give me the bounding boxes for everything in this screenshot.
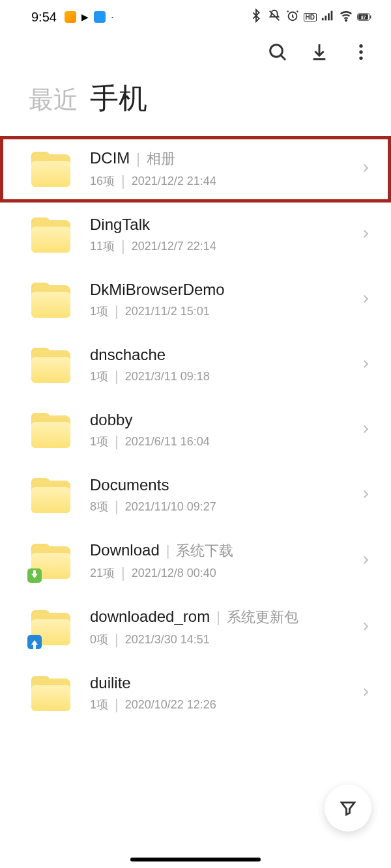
more-icon[interactable] [351, 42, 371, 65]
folder-item[interactable]: downloaded_rom|系统更新包0项|2021/3/30 14:51 [0, 595, 391, 661]
separator: | [121, 173, 125, 189]
folder-item[interactable]: DkMiBrowserDemo1项|2021/11/2 15:01 [0, 268, 391, 333]
svg-point-13 [359, 57, 362, 60]
separator: | [166, 542, 170, 559]
chevron-right-icon [360, 683, 371, 704]
upload-badge-icon [27, 635, 42, 649]
folder-body: downloaded_rom|系统更新包0项|2021/3/30 14:51 [90, 608, 360, 648]
status-bar: 9:54 ▶ · HD 87 [0, 0, 391, 31]
folder-date: 2021/12/8 00:40 [132, 567, 216, 580]
svg-rect-3 [328, 13, 330, 20]
folder-date: 2021/3/30 14:51 [125, 633, 210, 647]
separator: | [115, 368, 119, 385]
mute-icon [267, 8, 282, 25]
chevron-right-icon [360, 225, 371, 245]
folder-tag: 系统更新包 [227, 608, 298, 627]
folder-count: 1项 [90, 434, 108, 449]
folder-tag: 系统下载 [176, 541, 233, 561]
folder-count: 21项 [90, 565, 115, 581]
chevron-right-icon [360, 485, 371, 506]
folder-date: 2021/3/11 09:18 [125, 370, 210, 384]
folder-date: 2021/12/2 21:44 [132, 175, 216, 188]
folder-item[interactable]: duilite1项|2020/10/22 12:26 [0, 661, 391, 726]
folder-icon [31, 348, 70, 383]
folder-count: 1项 [90, 303, 108, 319]
hd-icon: HD [304, 13, 317, 21]
svg-point-11 [359, 44, 362, 48]
folder-count: 1项 [90, 697, 108, 712]
folder-count: 16项 [90, 173, 115, 189]
signal-icon [321, 8, 335, 25]
chevron-right-icon [360, 420, 371, 441]
chevron-right-icon [360, 159, 371, 180]
folder-date: 2021/6/11 16:04 [125, 435, 210, 449]
svg-rect-4 [331, 11, 333, 21]
search-icon[interactable] [267, 42, 288, 65]
battery-icon: 87 [357, 10, 371, 24]
folder-item[interactable]: DingTalk11项|2021/12/7 22:14 [0, 203, 391, 268]
folder-icon [31, 676, 70, 711]
filter-button[interactable] [325, 785, 371, 832]
svg-rect-1 [322, 18, 324, 21]
chevron-right-icon [360, 617, 371, 638]
bluetooth-icon [249, 8, 263, 25]
separator: | [115, 696, 119, 713]
folder-item[interactable]: dobby1项|2021/6/11 16:04 [0, 398, 391, 463]
app-icon-1 [65, 11, 76, 23]
folder-count: 11项 [90, 238, 115, 254]
separator: | [121, 238, 125, 255]
status-time: 9:54 [31, 10, 57, 25]
folder-date: 2021/11/10 09:27 [125, 500, 216, 514]
folder-list: DCIM|相册16项|2021/12/2 21:44DingTalk11项|20… [0, 136, 391, 726]
alarm-icon [285, 8, 300, 25]
home-indicator [130, 858, 261, 861]
folder-date: 2021/11/2 15:01 [125, 305, 210, 318]
download-icon[interactable] [309, 42, 330, 65]
separator: | [115, 433, 119, 450]
tabs: 最近 手机 [0, 73, 391, 136]
folder-body: DingTalk11项|2021/12/7 22:14 [90, 216, 360, 255]
folder-name: DkMiBrowserDemo [90, 281, 225, 299]
folder-name: duilite [90, 674, 131, 692]
folder-body: DkMiBrowserDemo1项|2021/11/2 15:01 [90, 281, 360, 320]
folder-count: 0项 [90, 632, 108, 647]
svg-point-5 [345, 20, 347, 21]
folder-icon [31, 478, 70, 513]
folder-item[interactable]: Download|系统下载21项|2021/12/8 00:40 [0, 528, 391, 595]
folder-icon [31, 283, 70, 318]
folder-icon [31, 544, 70, 579]
download-badge-icon [27, 568, 42, 583]
play-icon: ▶ [81, 12, 89, 22]
svg-text:87: 87 [361, 15, 366, 20]
app-icon-2 [94, 11, 106, 23]
separator: | [115, 303, 119, 320]
folder-name: Download [90, 541, 160, 559]
folder-item[interactable]: dnschache1项|2021/3/11 09:18 [0, 333, 391, 398]
folder-body: dnschache1项|2021/3/11 09:18 [90, 346, 360, 385]
chevron-right-icon [360, 355, 371, 376]
separator: | [216, 609, 220, 626]
folder-item[interactable]: DCIM|相册16项|2021/12/2 21:44 [0, 136, 391, 203]
folder-name: dobby [90, 411, 132, 429]
svg-rect-7 [370, 15, 371, 18]
more-dot-icon: · [111, 10, 114, 24]
folder-date: 2020/10/22 12:26 [125, 698, 216, 712]
separator: | [136, 150, 140, 167]
folder-name: dnschache [90, 346, 166, 364]
folder-body: Download|系统下载21项|2021/12/8 00:40 [90, 541, 360, 581]
chevron-right-icon [360, 551, 371, 572]
folder-body: dobby1项|2021/6/11 16:04 [90, 411, 360, 450]
folder-count: 8项 [90, 499, 108, 514]
folder-icon [31, 217, 70, 253]
folder-tag: 相册 [147, 149, 175, 169]
folder-item[interactable]: Documents8项|2021/11/10 09:27 [0, 463, 391, 528]
folder-body: Documents8项|2021/11/10 09:27 [90, 476, 360, 515]
tab-phone[interactable]: 手机 [90, 79, 147, 118]
folder-date: 2021/12/7 22:14 [132, 240, 216, 253]
folder-body: DCIM|相册16项|2021/12/2 21:44 [90, 149, 360, 189]
tab-recent[interactable]: 最近 [29, 83, 78, 117]
toolbar [0, 31, 391, 73]
separator: | [121, 565, 125, 581]
chevron-right-icon [360, 290, 371, 311]
svg-point-10 [270, 45, 283, 57]
